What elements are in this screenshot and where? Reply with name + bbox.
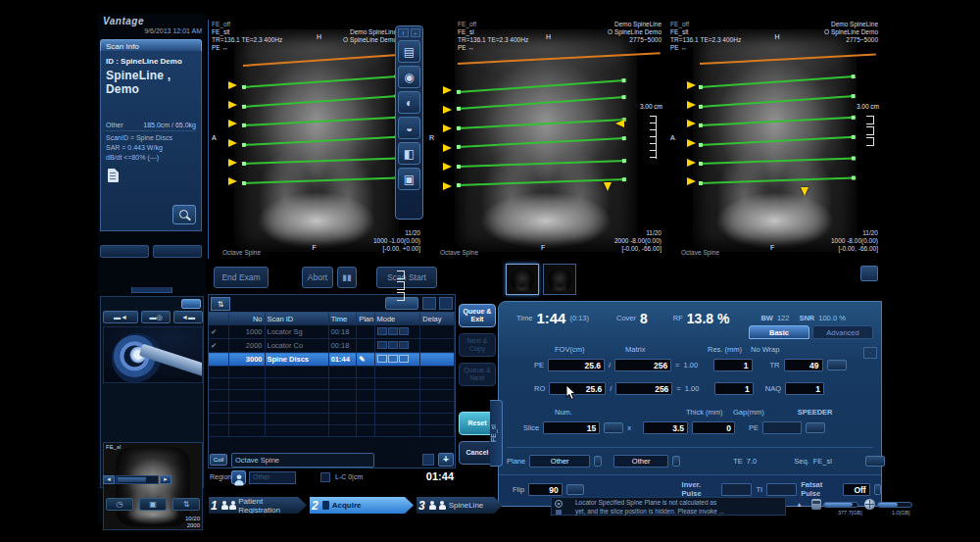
slice-marker-arrow[interactable]	[443, 86, 452, 94]
slice-line[interactable]	[700, 176, 855, 184]
slice-marker-arrow[interactable]	[604, 182, 612, 191]
slice-marker-arrow[interactable]	[687, 139, 696, 147]
slice-line[interactable]	[458, 178, 625, 186]
speeder-pe-field[interactable]	[762, 421, 802, 434]
col-mode[interactable]: Mode	[374, 313, 420, 325]
slice-marker-arrow[interactable]	[228, 159, 237, 167]
slice-line[interactable]	[700, 117, 855, 126]
fatsat-field[interactable]: Off	[843, 483, 869, 496]
slice-marker-arrow[interactable]	[228, 81, 237, 89]
add-scan-button[interactable]: +	[438, 453, 454, 467]
slice-marker-arrow[interactable]	[443, 106, 452, 114]
magnifier-button[interactable]	[172, 205, 196, 224]
locator-thumbnail[interactable]: FE_sl 10/20 2000	[103, 442, 203, 530]
slice-line[interactable]	[458, 79, 625, 93]
coil-button[interactable]: Coil	[210, 454, 227, 466]
reference-line[interactable]	[243, 53, 419, 67]
bed-icon-button-3[interactable]: ◄▬	[173, 311, 203, 323]
table-row[interactable]: ✔ 1000 Locator Sg 00:18	[209, 325, 455, 339]
sequence-thumbnail-1[interactable]	[506, 264, 539, 295]
ti-field[interactable]	[766, 483, 797, 496]
coil-input[interactable]: Octave Spine	[231, 453, 374, 468]
slice-marker-arrow[interactable]	[228, 139, 237, 147]
ro-matrix-field[interactable]: 256	[615, 382, 672, 395]
slice-marker-arrow[interactable]	[687, 120, 696, 127]
viewer-2[interactable]: FE_off FE_sl TR=136.1 TE=2.3 400Hz PE ↔ …	[426, 20, 665, 259]
slice-marker-arrow[interactable]	[687, 177, 696, 185]
plane-dd2-button[interactable]	[672, 456, 680, 467]
palette-mini-button-2[interactable]: ~	[411, 28, 421, 37]
sidebar-filter-button[interactable]: ⇅	[172, 498, 200, 511]
tr-helper-button[interactable]	[827, 360, 847, 370]
queue-exit-button[interactable]: Queue & Exit	[459, 304, 496, 327]
region-checkbox[interactable]	[320, 472, 330, 482]
fatsat-dd-button[interactable]	[874, 484, 881, 495]
scroll-track[interactable]	[116, 475, 159, 484]
queue-small-button-1[interactable]	[422, 297, 436, 310]
tool-icon-5[interactable]: ◧	[398, 142, 420, 165]
panel-mini-button[interactable]	[181, 299, 201, 309]
region-person-button[interactable]	[231, 470, 246, 484]
flip-field[interactable]: 90	[528, 483, 563, 496]
tab-acquire[interactable]: 2 Acquire	[310, 497, 414, 514]
next-copy-button[interactable]: Next & Copy	[459, 333, 496, 357]
slice-marker-arrow[interactable]	[443, 182, 452, 190]
tool-icon-3[interactable]: ◐	[398, 91, 420, 114]
queue-small-button-2[interactable]	[439, 297, 453, 310]
queue-next-button[interactable]: Queue & Next	[459, 363, 496, 386]
slice-marker-arrow[interactable]	[687, 101, 696, 109]
sidebar-display-button[interactable]: ▣	[139, 498, 167, 511]
gantry-3d-view[interactable]	[103, 326, 203, 383]
table-row[interactable]: ✔ 2000 Locator Co 00:18	[209, 339, 455, 353]
slice-marker-arrow[interactable]	[801, 187, 808, 196]
sequence-thumbnail-2[interactable]	[543, 264, 576, 295]
bed-icon-button-2[interactable]: ▬◎	[141, 311, 171, 323]
slice-marker-arrow[interactable]	[687, 81, 696, 89]
slice-line[interactable]	[458, 160, 625, 168]
tab-basic[interactable]: Basic	[749, 325, 809, 339]
palette-mini-button-1[interactable]: f	[398, 28, 409, 37]
ro-nowrap-field[interactable]: 1	[714, 382, 754, 395]
slice-line[interactable]	[458, 119, 625, 129]
slice-marker-arrow[interactable]	[228, 101, 237, 109]
slice-line[interactable]	[243, 176, 398, 184]
scroll-right-icon[interactable]: ►	[160, 475, 172, 484]
slice-marker-arrow[interactable]	[228, 177, 237, 185]
col-delay[interactable]: Delay	[420, 313, 455, 325]
panel-corner-button[interactable]	[860, 266, 878, 281]
queue-filter-button[interactable]: ⇅	[211, 297, 230, 311]
close-icon[interactable]: ×	[555, 500, 563, 508]
col-scan-id[interactable]: Scan ID	[265, 313, 328, 325]
slice-line[interactable]	[700, 136, 855, 146]
thick-field[interactable]: 3.5	[643, 421, 688, 434]
plane-dropdown-1[interactable]: Other	[529, 455, 590, 468]
slice-line[interactable]	[458, 96, 625, 110]
region-dropdown[interactable]: Other	[249, 471, 296, 484]
table-row-selected[interactable]: 3000 Spine Discs 01:44 ✎	[209, 353, 455, 367]
scan-start-button[interactable]: Scan Start	[376, 267, 437, 288]
notification-bar[interactable]: × Locator Specified Spine Plane is not c…	[551, 497, 786, 516]
slice-line[interactable]	[243, 117, 398, 126]
inver-pulse-field[interactable]	[721, 483, 752, 496]
seq-helper-button[interactable]	[865, 456, 885, 467]
bed-icon-button-1[interactable]: ▬◄	[103, 311, 138, 323]
flip-helper-button[interactable]	[566, 484, 584, 495]
speeder-helper-button[interactable]	[806, 422, 825, 433]
end-exam-button[interactable]: End Exam	[214, 267, 269, 288]
slice-line[interactable]	[458, 137, 625, 148]
slice-marker-arrow[interactable]	[443, 163, 452, 171]
slice-marker-arrow[interactable]	[615, 120, 624, 127]
slice-marker-arrow[interactable]	[228, 120, 237, 127]
slice-line[interactable]	[700, 95, 854, 108]
edit-pencil-icon[interactable]: ✎	[357, 353, 374, 367]
tool-icon-6[interactable]: ▣	[398, 168, 420, 190]
plane-dropdown-2[interactable]: Other	[613, 455, 668, 468]
sequence-side-tab[interactable]: FE_sl	[490, 400, 503, 467]
thumbnail-scrollbar[interactable]: ◄ ►	[103, 475, 172, 484]
mode-buttons[interactable]	[374, 353, 420, 367]
col-no[interactable]: No	[228, 313, 265, 325]
tool-icon-1[interactable]: ▤	[398, 40, 420, 63]
tab-spineline[interactable]: 3 SpineLine	[416, 497, 503, 514]
plane-dd1-button[interactable]	[594, 456, 602, 467]
pe-nowrap-field[interactable]: 1	[713, 359, 753, 371]
